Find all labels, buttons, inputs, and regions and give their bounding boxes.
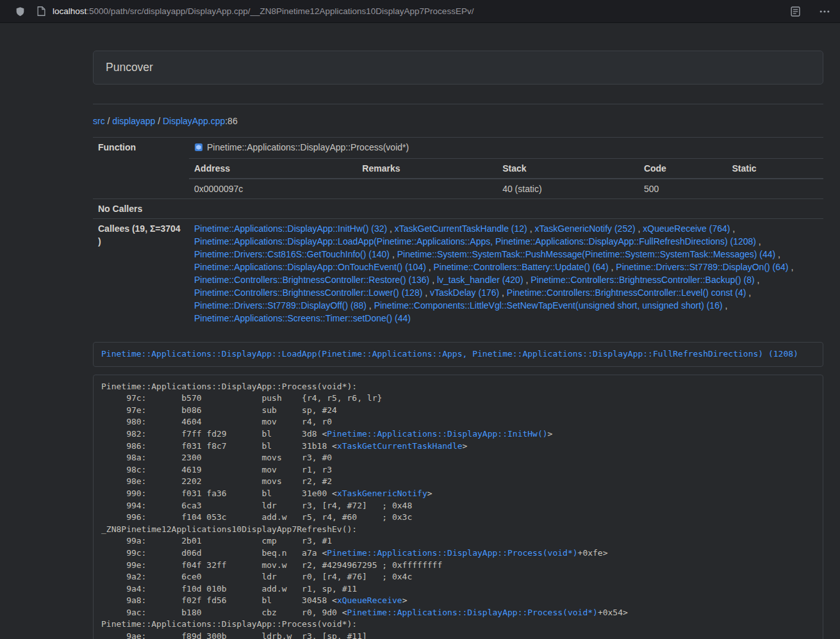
callee-link[interactable]: xQueueReceive (764) [643, 223, 730, 234]
callee-link[interactable]: Pinetime::Applications::DisplayApp::OnTo… [194, 262, 426, 272]
col-stack: Stack [497, 159, 639, 179]
metrics-table-row: Address Remarks Stack Code Static 0x0000… [93, 159, 823, 199]
callee-link[interactable]: Pinetime::Drivers::Cst816S::GetTouchInfo… [194, 249, 390, 259]
url-bar[interactable]: localhost:5000/path/src/displayapp/Displ… [53, 6, 791, 16]
code-symbol-link[interactable]: Pinetime::Applications::DisplayApp::Init… [327, 429, 547, 439]
col-address: Address [189, 159, 357, 179]
code-symbol-link[interactable]: xTaskGenericNotify [337, 489, 427, 498]
callee-link[interactable]: lv_task_handler (420) [437, 275, 523, 285]
stack-value: 40 (static) [497, 179, 639, 198]
context-symbol-box: Pinetime::Applications::DisplayApp::Load… [93, 342, 823, 367]
browser-chrome: localhost:5000/path/src/displayapp/Displ… [0, 0, 840, 23]
callee-link[interactable]: Pinetime::Controllers::Battery::Update()… [434, 262, 609, 272]
function-type-icon [194, 142, 203, 155]
callers-cell [189, 199, 823, 219]
callee-link[interactable]: Pinetime::Applications::DisplayApp::Load… [194, 236, 756, 247]
url-domain: localhost [53, 6, 86, 16]
code-value: 500 [639, 179, 727, 198]
col-remarks: Remarks [357, 159, 497, 179]
disassembly-code: Pinetime::Applications::DisplayApp::Proc… [101, 382, 628, 639]
callees-list: Pinetime::Applications::DisplayApp::Init… [189, 219, 823, 328]
breadcrumb-link[interactable]: DisplayApp.cpp [163, 116, 225, 126]
static-value [727, 179, 824, 198]
divider [93, 104, 823, 104]
callee-link[interactable]: Pinetime::Drivers::St7789::DisplayOff() … [194, 300, 366, 311]
function-name: Pinetime::Applications::DisplayApp::Proc… [207, 142, 409, 152]
no-callers-row: No Callers [93, 199, 823, 219]
code-symbol-link[interactable]: xTaskGetCurrentTaskHandle [337, 441, 463, 451]
breadcrumb-link[interactable]: displayapp [112, 116, 155, 126]
metrics-cell: Address Remarks Stack Code Static 0x0000… [189, 159, 823, 199]
reader-mode-icon[interactable] [791, 6, 800, 17]
shield-icon[interactable] [15, 6, 25, 17]
callee-link[interactable]: Pinetime::Controllers::BrightnessControl… [507, 287, 746, 298]
callee-link[interactable]: Pinetime::System::SystemTask::PushMessag… [397, 249, 776, 259]
breadcrumb: src / displayapp / DisplayApp.cpp:86 [93, 115, 823, 127]
breadcrumb-link[interactable]: src [93, 116, 105, 126]
code-symbol-link[interactable]: Pinetime::Applications::DisplayApp::Proc… [327, 548, 577, 558]
url-path: :5000/path/src/displayapp/DisplayApp.cpp… [86, 6, 474, 16]
page-content: Puncover src / displayapp / DisplayApp.c… [93, 23, 823, 639]
callee-link[interactable]: Pinetime::Applications::DisplayApp::Init… [194, 223, 387, 234]
callee-link[interactable]: Pinetime::Applications::Screens::Timer::… [194, 313, 411, 323]
callees-label: Callees (19, Σ=3704 ) [93, 219, 189, 328]
address-value: 0x0000097c [189, 179, 357, 198]
function-table: Function Pinetime::Applications::Display… [93, 137, 823, 328]
app-header: Puncover [93, 51, 823, 85]
callee-link[interactable]: vTaskDelay (176) [430, 287, 499, 298]
function-label: Function [93, 138, 189, 199]
callee-link[interactable]: xTaskGetCurrentTaskHandle (12) [395, 223, 527, 234]
overflow-menu-icon[interactable] [819, 10, 830, 13]
callee-link[interactable]: Pinetime::Controllers::BrightnessControl… [194, 287, 422, 298]
breadcrumb-line-number: :86 [225, 116, 237, 126]
callee-link[interactable]: Pinetime::Drivers::St7789::DisplayOn() (… [616, 262, 788, 272]
metrics-table: Address Remarks Stack Code Static 0x0000… [189, 159, 823, 198]
metrics-header-row: Address Remarks Stack Code Static [189, 159, 823, 179]
context-symbol-link[interactable]: Pinetime::Applications::DisplayApp::Load… [101, 349, 798, 359]
function-name-cell: Pinetime::Applications::DisplayApp::Proc… [189, 138, 823, 159]
function-row: Function Pinetime::Applications::Display… [93, 138, 823, 159]
page-info-icon[interactable] [37, 6, 45, 16]
callee-link[interactable]: Pinetime::Controllers::BrightnessControl… [194, 275, 429, 285]
callee-link[interactable]: Pinetime::Components::LittleVgl::SetNewT… [374, 300, 723, 311]
disassembly-block: Pinetime::Applications::DisplayApp::Proc… [93, 375, 823, 639]
remarks-value [357, 179, 497, 198]
metrics-row: 0x0000097c 40 (static) 500 [189, 179, 823, 198]
callee-link[interactable]: Pinetime::Controllers::BrightnessControl… [531, 275, 754, 285]
page-title: Puncover [106, 60, 811, 75]
callee-link[interactable]: xTaskGenericNotify (252) [534, 223, 635, 234]
code-symbol-link[interactable]: xQueueReceive [337, 595, 402, 605]
col-code: Code [639, 159, 727, 179]
no-callers-label: No Callers [93, 199, 189, 219]
col-static: Static [727, 159, 824, 179]
code-symbol-link[interactable]: Pinetime::Applications::DisplayApp::Proc… [347, 608, 598, 617]
callees-row: Callees (19, Σ=3704 ) Pinetime::Applicat… [93, 219, 823, 328]
